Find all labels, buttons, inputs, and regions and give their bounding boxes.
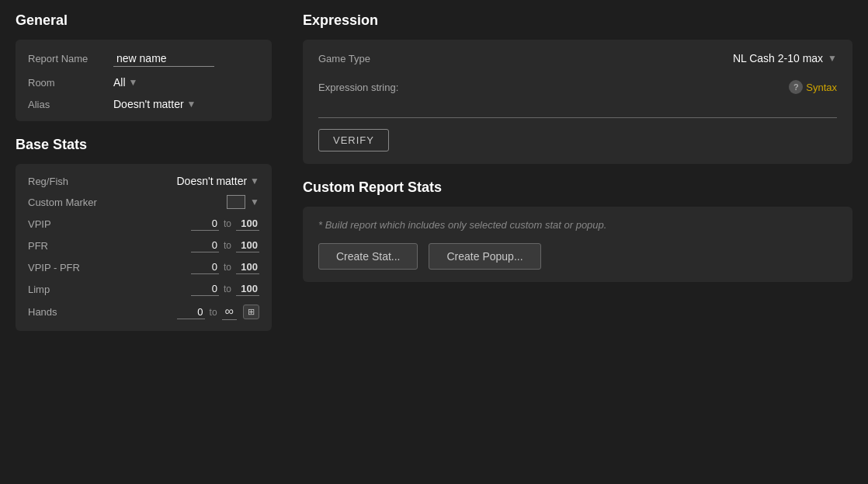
game-type-value: NL Cash 2-10 max bbox=[733, 52, 823, 64]
custom-marker-label: Custom Marker bbox=[28, 197, 113, 208]
pfr-max: 100 bbox=[236, 239, 259, 252]
alias-dropdown[interactable]: Doesn't matter ▼ bbox=[113, 98, 259, 110]
custom-marker-row: Custom Marker ▼ bbox=[28, 195, 259, 209]
pfr-min-input[interactable] bbox=[191, 239, 219, 252]
custom-stats-note: * Build report which includes only selec… bbox=[318, 219, 837, 231]
vpip-min-input[interactable] bbox=[191, 217, 219, 231]
expr-string-row: Expression string: ? Syntax bbox=[318, 80, 837, 118]
vpip-pfr-to: to bbox=[224, 262, 231, 273]
vpip-max: 100 bbox=[236, 217, 259, 231]
syntax-link-label: Syntax bbox=[806, 82, 837, 93]
hands-grid-icon: ⊞ bbox=[248, 307, 255, 316]
create-stat-button[interactable]: Create Stat... bbox=[318, 243, 418, 270]
expression-title: Expression bbox=[303, 12, 852, 29]
custom-marker-fields: ▼ bbox=[113, 195, 259, 209]
vpip-pfr-fields: to 100 bbox=[113, 260, 259, 274]
vpip-pfr-label: VPIP - PFR bbox=[28, 262, 113, 273]
limp-to: to bbox=[224, 284, 231, 294]
limp-min-input[interactable] bbox=[191, 282, 219, 296]
alias-value: Doesn't matter bbox=[113, 98, 184, 110]
report-name-field-wrapper bbox=[113, 50, 259, 67]
syntax-link[interactable]: ? Syntax bbox=[789, 80, 837, 94]
hands-min-input[interactable] bbox=[177, 305, 205, 319]
vpip-label: VPIP bbox=[28, 218, 113, 230]
expr-string-input[interactable] bbox=[318, 99, 837, 118]
custom-stats-card: * Build report which includes only selec… bbox=[303, 207, 852, 282]
custom-report-stats-title: Custom Report Stats bbox=[303, 179, 852, 196]
limp-max: 100 bbox=[236, 282, 259, 296]
base-stats-card: Reg/Fish Doesn't matter ▼ Custom Marker … bbox=[16, 164, 272, 331]
room-value: All bbox=[113, 76, 126, 89]
hands-row: Hands to ∞ ⊞ bbox=[28, 304, 259, 320]
expr-string-label: Expression string: bbox=[318, 82, 398, 93]
vpip-to: to bbox=[224, 218, 231, 229]
expression-card: Game Type NL Cash 2-10 max ▼ Expression … bbox=[303, 40, 852, 164]
reg-fish-value: Doesn't matter bbox=[177, 175, 248, 187]
custom-stats-buttons: Create Stat... Create Popup... bbox=[318, 243, 837, 270]
left-panel: General Report Name Room All ▼ Alias bbox=[0, 0, 287, 484]
report-name-label: Report Name bbox=[28, 53, 113, 64]
right-panel: Expression Game Type NL Cash 2-10 max ▼ … bbox=[287, 0, 868, 484]
limp-row: Limp to 100 bbox=[28, 282, 259, 296]
game-type-dropdown[interactable]: NL Cash 2-10 max ▼ bbox=[733, 52, 837, 64]
game-type-arrow: ▼ bbox=[828, 53, 837, 64]
room-field-wrapper: All ▼ bbox=[113, 76, 259, 89]
vpip-fields: to 100 bbox=[113, 217, 259, 231]
room-label: Room bbox=[28, 77, 113, 89]
alias-dropdown-arrow: ▼ bbox=[187, 99, 196, 110]
vpip-pfr-row: VPIP - PFR to 100 bbox=[28, 260, 259, 274]
reg-fish-fields: Doesn't matter ▼ bbox=[113, 175, 259, 187]
hands-infinity: ∞ bbox=[222, 304, 237, 320]
base-stats-title: Base Stats bbox=[16, 137, 272, 153]
general-title: General bbox=[16, 12, 272, 29]
report-name-row: Report Name bbox=[28, 50, 259, 67]
expr-string-header: Expression string: ? Syntax bbox=[318, 80, 837, 94]
verify-button[interactable]: VERIFY bbox=[318, 129, 389, 151]
room-dropdown[interactable]: All ▼ bbox=[113, 76, 259, 89]
limp-fields: to 100 bbox=[113, 282, 259, 296]
limp-label: Limp bbox=[28, 284, 113, 295]
room-row: Room All ▼ bbox=[28, 76, 259, 89]
custom-marker-color-box bbox=[227, 195, 245, 209]
reg-fish-dropdown[interactable]: Doesn't matter ▼ bbox=[177, 175, 260, 187]
alias-label: Alias bbox=[28, 99, 113, 110]
pfr-fields: to 100 bbox=[113, 239, 259, 252]
vpip-row: VPIP to 100 bbox=[28, 217, 259, 231]
game-type-label: Game Type bbox=[318, 53, 370, 64]
general-card: Report Name Room All ▼ Alias Doesn't mat… bbox=[16, 40, 272, 121]
hands-grid-button[interactable]: ⊞ bbox=[243, 305, 259, 319]
reg-fish-dropdown-arrow: ▼ bbox=[250, 176, 259, 186]
vpip-pfr-min-input[interactable] bbox=[191, 260, 219, 274]
alias-row: Alias Doesn't matter ▼ bbox=[28, 98, 259, 110]
pfr-label: PFR bbox=[28, 240, 113, 252]
hands-fields: to ∞ ⊞ bbox=[113, 304, 259, 320]
report-name-input[interactable] bbox=[113, 50, 214, 67]
vpip-pfr-max: 100 bbox=[236, 260, 259, 274]
pfr-to: to bbox=[224, 240, 231, 251]
room-dropdown-arrow: ▼ bbox=[129, 77, 138, 88]
pfr-row: PFR to 100 bbox=[28, 239, 259, 252]
reg-fish-row: Reg/Fish Doesn't matter ▼ bbox=[28, 175, 259, 187]
game-type-row: Game Type NL Cash 2-10 max ▼ bbox=[318, 52, 837, 64]
create-popup-button[interactable]: Create Popup... bbox=[429, 243, 540, 270]
alias-field-wrapper: Doesn't matter ▼ bbox=[113, 98, 259, 110]
syntax-question-icon: ? bbox=[789, 80, 803, 94]
reg-fish-label: Reg/Fish bbox=[28, 176, 113, 187]
hands-label: Hands bbox=[28, 306, 113, 318]
custom-marker-arrow: ▼ bbox=[250, 197, 259, 207]
hands-to: to bbox=[210, 307, 217, 318]
